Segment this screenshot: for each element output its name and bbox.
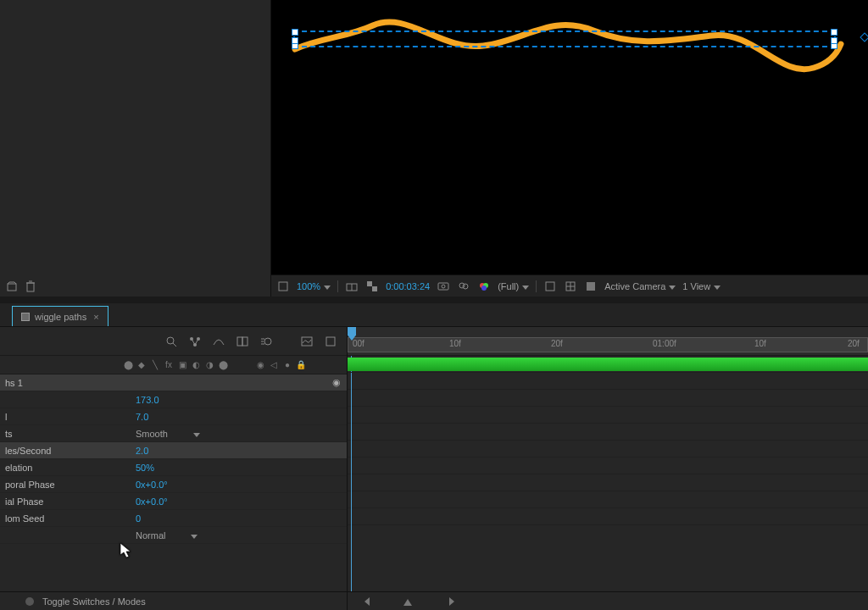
camera-view-dropdown[interactable]: Active Camera (604, 281, 676, 291)
column-headers: ⬤ ◆╲fx▣◐◑⬤ ◉◁●🔒 (0, 356, 347, 374)
svg-point-8 (442, 285, 445, 288)
timeline-tabs: wiggle paths × (0, 303, 868, 327)
svg-rect-2 (279, 282, 287, 291)
svg-rect-25 (242, 337, 248, 346)
composition-tab[interactable]: wiggle paths × (12, 306, 108, 326)
time-ruler[interactable]: 00f 10f 20f 01:00f 10f 20f (348, 327, 868, 356)
current-time-display[interactable]: 0:00:03:24 (386, 281, 430, 291)
num-views-dropdown[interactable]: 1 View (682, 281, 721, 291)
svg-rect-1 (27, 283, 34, 291)
svg-rect-5 (367, 281, 372, 286)
zoom-dropdown[interactable]: 100% (297, 281, 331, 291)
color-mgmt-icon[interactable] (477, 280, 491, 293)
svg-point-9 (459, 283, 465, 288)
toggle-switches-button[interactable]: Toggle Switches / Modes (42, 596, 146, 607)
points-dropdown[interactable]: Smooth (119, 429, 200, 439)
svg-line-20 (173, 343, 176, 347)
viewer-toolbar: 100% 0:00:03:24 (Full) Active Camera 1 V… (271, 274, 868, 297)
trash-icon[interactable] (24, 280, 37, 293)
viewer-grid-icon[interactable] (276, 280, 290, 293)
svg-rect-31 (326, 337, 335, 346)
blend-mode-dropdown[interactable]: Normal (119, 530, 198, 541)
motion-blur-icon[interactable] (259, 334, 274, 349)
resolution-dropdown[interactable]: (Full) (498, 281, 529, 291)
svg-rect-0 (8, 284, 16, 291)
guides-icon[interactable] (564, 280, 577, 293)
timeline-toolbar (0, 327, 347, 356)
detail-value[interactable]: 7.0 (119, 412, 148, 422)
svg-point-10 (463, 284, 468, 289)
timeline-layer-panel: ⬤ ◆╲fx▣◐◑⬤ ◉◁●🔒 hs 1 ◉ 173.0 l 7.0 ts (0, 327, 348, 610)
frame-blend-icon[interactable] (235, 334, 250, 349)
random-seed-value[interactable]: 0 (119, 513, 141, 524)
property-random-seed[interactable]: lom Seed 0 (0, 510, 347, 527)
zoom-out-icon[interactable] (364, 597, 370, 606)
tab-label: wiggle paths (35, 312, 86, 322)
snapshot-icon[interactable] (437, 280, 450, 293)
graph-editor-icon[interactable] (299, 334, 314, 349)
expand-icon[interactable] (323, 334, 338, 349)
property-temporal-phase[interactable]: poral Phase 0x+0.0° (0, 476, 347, 493)
comp-mini-flowchart-icon[interactable] (187, 334, 203, 349)
spatial-phase-value[interactable]: 0x+0.0° (119, 496, 168, 507)
layer-bounding-box[interactable] (293, 30, 836, 47)
resolution-half-icon[interactable] (345, 280, 359, 293)
property-wiggles-second[interactable]: les/Second 2.0 (0, 442, 347, 459)
av-features-icon: ⬤ (122, 360, 134, 369)
svg-rect-14 (546, 282, 554, 291)
correlation-value[interactable]: 50% (119, 463, 154, 473)
svg-point-19 (167, 337, 174, 344)
property-points[interactable]: ts Smooth (0, 425, 347, 442)
zoom-in-icon[interactable] (449, 597, 454, 606)
shy-icon[interactable] (211, 334, 226, 349)
zoom-slider-icon[interactable] (403, 597, 415, 606)
timeline-tracks[interactable] (348, 356, 868, 591)
layer-track[interactable] (348, 356, 868, 373)
zoom-knob-icon[interactable] (25, 597, 34, 606)
region-icon[interactable] (543, 280, 557, 293)
timeline-footer-left: Toggle Switches / Modes (0, 591, 347, 610)
search-icon[interactable] (164, 334, 179, 349)
property-size[interactable]: 173.0 (0, 391, 347, 408)
tab-close-icon[interactable]: × (93, 312, 98, 322)
wiggles-value[interactable]: 2.0 (119, 446, 148, 456)
timeline-footer-right (348, 591, 868, 610)
project-panel (0, 0, 271, 297)
svg-rect-7 (438, 283, 448, 290)
current-time-indicator-line (351, 356, 352, 591)
timeline-tracks-panel: 00f 10f 20f 01:00f 10f 20f (348, 327, 868, 610)
bin-icon[interactable] (5, 280, 19, 293)
svg-point-26 (264, 338, 271, 345)
shape-layer-path (271, 0, 865, 136)
property-spatial-phase[interactable]: ial Phase 0x+0.0° (0, 493, 347, 510)
layer-duration-bar[interactable] (348, 358, 868, 371)
composition-canvas[interactable] (271, 0, 868, 274)
composition-viewer: 100% 0:00:03:24 (Full) Active Camera 1 V… (271, 0, 868, 297)
show-snapshot-icon[interactable] (457, 280, 470, 293)
property-correlation[interactable]: elation 50% (0, 459, 347, 476)
property-blend-mode[interactable]: Normal (0, 527, 347, 544)
property-detail[interactable]: l 7.0 (0, 408, 347, 425)
transparency-grid-icon[interactable] (365, 280, 379, 293)
property-group-header[interactable]: hs 1 ◉ (0, 374, 347, 391)
size-value[interactable]: 173.0 (119, 395, 159, 405)
svg-rect-18 (587, 282, 595, 291)
svg-point-13 (481, 286, 487, 291)
comp-swatch-icon (21, 313, 30, 321)
mask-icon[interactable] (584, 280, 598, 293)
svg-rect-6 (372, 286, 377, 291)
svg-rect-24 (237, 337, 242, 346)
visibility-icon[interactable]: ◉ (332, 377, 341, 388)
temporal-phase-value[interactable]: 0x+0.0° (119, 480, 168, 490)
